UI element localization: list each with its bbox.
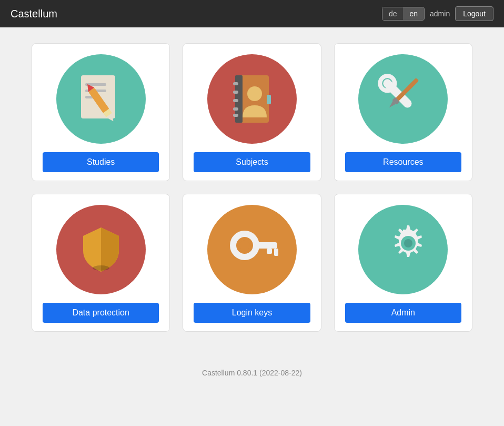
language-switcher: de en <box>382 7 425 21</box>
logout-button[interactable]: Logout <box>455 6 493 21</box>
svg-rect-26 <box>253 242 277 249</box>
resources-icon <box>371 67 435 131</box>
admin-icon-wrap <box>358 205 448 294</box>
card-studies: Studies <box>32 43 170 181</box>
svg-rect-11 <box>233 91 238 94</box>
svg-rect-14 <box>233 114 238 117</box>
header: Castellum de en admin Logout <box>0 0 504 27</box>
svg-rect-27 <box>267 249 272 254</box>
lang-en-button[interactable]: en <box>403 7 424 20</box>
svg-rect-17 <box>381 77 414 110</box>
svg-point-15 <box>247 86 262 101</box>
subjects-button[interactable]: Subjects <box>194 152 310 172</box>
login-keys-button[interactable]: Login keys <box>194 303 310 323</box>
header-right: de en admin Logout <box>382 6 493 21</box>
admin-icon <box>371 218 435 281</box>
main-content: Studies <box>0 27 504 348</box>
svg-rect-28 <box>274 249 278 256</box>
app-title: Castellum <box>11 8 57 20</box>
admin-button[interactable]: Admin <box>345 303 461 323</box>
studies-icon-wrap <box>56 54 146 144</box>
footer: Castellum 0.80.1 (2022-08-22) <box>0 369 504 388</box>
studies-icon <box>69 67 133 131</box>
card-login-keys: Login keys <box>183 194 321 332</box>
data-protection-button[interactable]: Data protection <box>43 303 159 323</box>
card-grid: Studies <box>32 43 472 332</box>
data-protection-icon-wrap <box>56 205 146 294</box>
admin-username: admin <box>430 9 450 18</box>
resources-icon-wrap <box>358 54 448 144</box>
data-protection-icon <box>69 218 133 281</box>
login-keys-icon-wrap <box>207 205 297 294</box>
version-text: Castellum 0.80.1 (2022-08-22) <box>202 369 302 377</box>
svg-point-23 <box>93 265 109 271</box>
resources-button[interactable]: Resources <box>345 152 461 172</box>
lang-de-button[interactable]: de <box>382 7 404 20</box>
card-subjects: Subjects <box>183 43 321 181</box>
subjects-icon <box>220 67 284 131</box>
svg-point-25 <box>239 240 250 251</box>
studies-button[interactable]: Studies <box>43 152 159 172</box>
card-resources: Resources <box>334 43 472 181</box>
card-data-protection: Data protection <box>32 194 170 332</box>
card-admin: Admin <box>334 194 472 332</box>
svg-rect-16 <box>267 95 271 104</box>
subjects-icon-wrap <box>207 54 297 144</box>
login-keys-icon <box>220 218 284 281</box>
svg-point-30 <box>404 239 412 247</box>
svg-rect-12 <box>233 99 238 102</box>
svg-rect-10 <box>233 82 238 85</box>
svg-rect-13 <box>233 107 238 111</box>
